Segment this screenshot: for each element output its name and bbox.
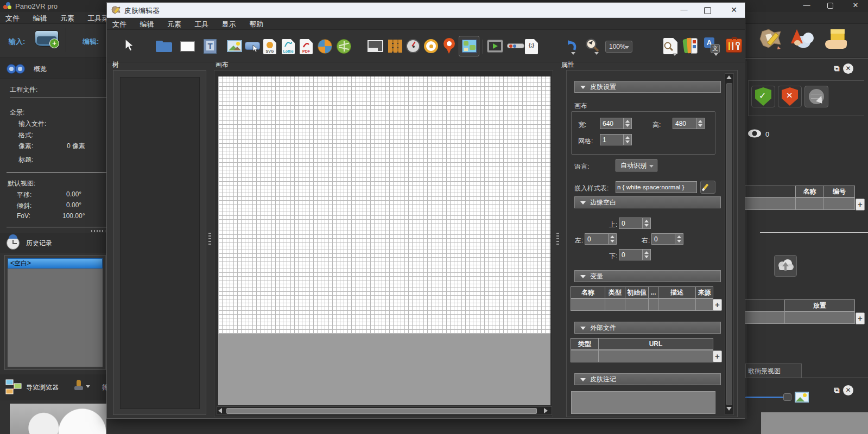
col-number[interactable]: 编号 xyxy=(823,186,855,197)
overview-header[interactable]: 概览 xyxy=(0,58,106,79)
undo-dropdown-arrow[interactable] xyxy=(571,52,575,55)
map-element-selected-frame[interactable] xyxy=(459,36,479,56)
skin-notes-textarea[interactable] xyxy=(571,391,715,414)
margin-top-stepper[interactable] xyxy=(643,218,651,229)
canvas-grid-input[interactable] xyxy=(600,134,624,145)
add-external-file-button[interactable]: + xyxy=(713,350,722,362)
properties-v-scrollbar[interactable] xyxy=(725,73,734,415)
margin-right-stepper[interactable] xyxy=(675,233,683,245)
editor-menu-file[interactable]: 文件 xyxy=(107,18,132,31)
main-minimize-button[interactable]: — xyxy=(802,2,812,9)
cell[interactable] xyxy=(648,298,658,311)
zoom-tool-icon[interactable] xyxy=(585,38,600,53)
margin-bottom-input[interactable] xyxy=(619,249,643,260)
scroll-thumb[interactable] xyxy=(226,408,537,414)
panel2-float-icon[interactable]: ⧉ xyxy=(832,385,842,395)
cell[interactable] xyxy=(784,311,855,324)
editor-minimize-button[interactable]: — xyxy=(679,6,689,14)
zoom-dropdown-arrow[interactable] xyxy=(594,52,599,55)
col-placement[interactable]: 放置 xyxy=(784,299,855,311)
editor-maximize-button[interactable] xyxy=(704,7,711,14)
panel-float-icon[interactable]: ⧉ xyxy=(832,63,842,74)
gauge-icon[interactable] xyxy=(406,39,420,53)
cloud-upload-button[interactable] xyxy=(774,255,797,277)
web-globe-icon[interactable] xyxy=(318,39,332,54)
scroll-left-button[interactable] xyxy=(218,408,225,414)
canvas-overflow-area[interactable] xyxy=(218,334,550,405)
zoom-slider-handle[interactable] xyxy=(783,393,791,401)
tree-view[interactable] xyxy=(120,77,200,409)
language-select[interactable]: 自动识别 xyxy=(616,159,657,171)
canvas-height-stepper[interactable] xyxy=(696,118,705,129)
slider-element-icon[interactable] xyxy=(507,43,524,48)
history-list[interactable]: <空白> xyxy=(4,255,106,370)
scroll-thumb[interactable] xyxy=(726,83,732,405)
tour-thumbnail-image[interactable] xyxy=(10,404,106,434)
rectangle-tool-icon[interactable] xyxy=(180,41,195,52)
cell[interactable] xyxy=(625,298,649,311)
globe-cursor-button[interactable] xyxy=(804,86,828,107)
panel-resize-handle[interactable] xyxy=(91,230,105,232)
hotspot-target-icon[interactable] xyxy=(424,39,438,53)
main-menu-element[interactable]: 元素 xyxy=(55,12,80,25)
zoom-slider-track[interactable] xyxy=(745,397,783,398)
main-menu-edit[interactable]: 编辑 xyxy=(27,12,52,25)
shield-error-button[interactable]: ✕ xyxy=(778,86,802,107)
toolbox-icon[interactable] xyxy=(726,39,742,53)
var-col-init[interactable]: 初始值 xyxy=(625,286,649,298)
preview-dropdown-arrow[interactable] xyxy=(673,53,677,56)
ext-col-url[interactable]: URL xyxy=(598,338,713,350)
editor-menu-element[interactable]: 元素 xyxy=(162,18,187,31)
margin-right-input[interactable] xyxy=(651,233,675,245)
add-panorama-icon[interactable]: + xyxy=(35,30,59,47)
streetview-tab[interactable]: 歌街景视图 xyxy=(745,363,802,378)
select-tool-icon[interactable] xyxy=(123,39,138,54)
javascript-element-icon[interactable]: {;} xyxy=(525,39,538,54)
canvas-width-input[interactable] xyxy=(600,118,624,129)
canvas-width-stepper[interactable] xyxy=(624,118,632,129)
history-header[interactable]: 历史记录 xyxy=(0,233,106,253)
cell[interactable] xyxy=(745,197,796,210)
history-item-selected[interactable]: <空白> xyxy=(8,258,103,269)
section-skin-settings[interactable]: 皮肤设置 xyxy=(574,81,721,93)
image-element-icon[interactable] xyxy=(227,40,242,52)
scroll-down-button[interactable] xyxy=(726,407,733,413)
panel-close-icon[interactable]: ✕ xyxy=(843,63,853,74)
svg-element-icon[interactable]: SVG xyxy=(263,39,276,54)
gnome-cloud-icon[interactable] xyxy=(790,28,816,52)
var-col-name[interactable]: 名称 xyxy=(571,286,605,298)
button-element-icon[interactable] xyxy=(245,42,260,50)
ext-col-type[interactable]: 类型 xyxy=(571,338,599,350)
canvas-h-scrollbar[interactable] xyxy=(217,406,552,415)
cell[interactable] xyxy=(658,298,696,311)
undo-icon[interactable] xyxy=(563,38,578,53)
translate-dropdown-arrow[interactable] xyxy=(714,53,718,56)
style-palette-icon[interactable] xyxy=(683,38,699,54)
cell[interactable] xyxy=(695,298,713,311)
network-globe-icon[interactable] xyxy=(337,39,351,54)
canvas-grid-stepper[interactable] xyxy=(624,134,632,145)
translate-icon[interactable]: A 文 xyxy=(704,37,720,54)
video-element-icon[interactable] xyxy=(487,40,503,53)
editor-titlebar[interactable]: 皮肤编辑器 — ✕ xyxy=(107,3,745,18)
main-menu-file[interactable]: 文件 xyxy=(0,12,25,25)
editor-menu-view[interactable]: 显示 xyxy=(217,18,242,31)
canvas-height-input[interactable] xyxy=(673,118,696,129)
text-tool-icon[interactable]: T xyxy=(204,39,217,54)
stylesheet-edit-button[interactable] xyxy=(700,181,715,194)
preview-icon[interactable] xyxy=(663,38,677,54)
col-name[interactable]: 名称 xyxy=(795,186,824,197)
zoom-level-select[interactable]: 100% xyxy=(605,41,632,53)
section-variables[interactable]: 变量 xyxy=(574,270,721,282)
skin-canvas[interactable] xyxy=(218,76,550,334)
cell[interactable] xyxy=(598,350,713,362)
cell[interactable] xyxy=(823,197,855,210)
panel2-close-icon[interactable]: ✕ xyxy=(843,385,853,395)
lottie-element-icon[interactable]: Lottie xyxy=(282,39,295,54)
stamp-icon[interactable] xyxy=(74,380,83,392)
tour-browser-header[interactable]: 导览浏览器 筛 xyxy=(0,374,106,400)
var-col-source[interactable]: 来源 xyxy=(695,286,713,298)
var-col-ellipsis[interactable]: ... xyxy=(648,286,658,298)
main-maximize-button[interactable] xyxy=(827,3,833,9)
var-col-desc[interactable]: 描述 xyxy=(658,286,696,298)
